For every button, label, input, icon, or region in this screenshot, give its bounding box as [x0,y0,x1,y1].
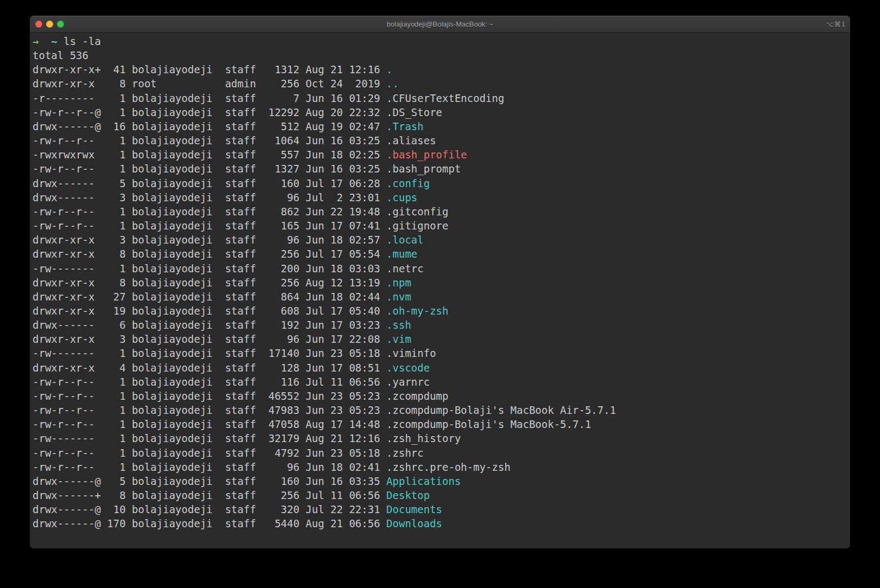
file-modified-date: Jul 17 05:40 [305,305,386,317]
file-row: drwxr-xr-x 8 bolajiayodeji staff 256 Jul… [33,247,847,261]
file-name: .CFUserTextEncoding [386,92,504,104]
file-owner: bolajiayodeji [132,106,225,118]
file-group: staff [225,135,269,146]
desktop: bolajiayodeji@Bolajis-MacBook: ~ ⌥⌘1 →~l… [0,0,880,588]
file-row: -rw------- 1 bolajiayodeji staff 17140 J… [33,346,847,360]
file-group: staff [225,220,269,232]
file-link-count: 1 [107,390,132,402]
file-permissions: -r-------- [33,92,107,104]
file-name: .oh-my-zsh [386,305,448,317]
file-row: drwxr-xr-x 4 bolajiayodeji staff 128 Jun… [33,361,847,375]
file-permissions: drwxr-xr-x [33,78,107,90]
file-modified-date: Jul 2 23:01 [305,191,386,203]
file-link-count: 1 [107,376,132,388]
file-permissions: drwx------ [33,319,107,331]
file-row: -rw-r--r-- 1 bolajiayodeji staff 96 Jun … [33,460,847,474]
file-group: staff [225,347,269,359]
file-row: -rw-r--r-- 1 bolajiayodeji staff 47983 J… [33,403,847,417]
traffic-lights [35,16,64,33]
file-permissions: drwxr-xr-x [33,362,107,374]
file-owner: bolajiayodeji [132,177,225,189]
file-modified-date: Aug 21 12:16 [305,432,386,444]
file-modified-date: Jun 18 02:41 [305,461,386,473]
file-link-count: 5 [107,177,132,189]
file-size: 46552 [269,390,306,402]
file-size: 96 [269,191,306,203]
file-name: .bash_profile [386,149,467,161]
file-row: -rw-r--r-- 1 bolajiayodeji staff 4792 Ju… [33,446,847,460]
file-row: drwxr-xr-x 8 root admin 256 Oct 24 2019 … [33,76,847,91]
file-group: staff [225,263,269,274]
prompt-command: ls -la [63,35,101,47]
file-size: 7 [269,92,306,104]
file-link-count: 4 [107,362,132,374]
file-name: .vim [386,333,411,345]
file-permissions: drwxr-xr-x [33,333,107,345]
file-row: -rw-r--r-- 1 bolajiayodeji staff 46552 J… [33,389,847,403]
file-group: staff [225,163,269,175]
file-permissions: -rw-r--r-- [33,418,107,430]
file-link-count: 6 [107,319,132,331]
file-permissions: -rwxrwxrwx [33,149,107,161]
file-link-count: 8 [107,277,132,289]
file-name: .zshrc [386,447,424,459]
file-size: 256 [269,78,306,90]
file-size: 192 [269,319,306,331]
file-permissions: -rw-r--r-- [33,461,107,473]
file-name: .DS_Store [386,106,442,118]
window-titlebar[interactable]: bolajiayodeji@Bolajis-MacBook: ~ ⌥⌘1 [30,16,850,33]
zoom-button[interactable] [57,21,64,28]
file-owner: bolajiayodeji [132,489,225,501]
file-name: .zcompdump [386,390,448,402]
file-permissions: drwx------ [33,191,107,203]
file-row: drwxr-xr-x+ 41 bolajiayodeji staff 1312 … [33,62,847,76]
file-group: staff [225,432,269,444]
file-row: -rw-r--r-- 1 bolajiayodeji staff 116 Jul… [33,375,847,389]
file-group: staff [225,191,269,203]
file-row: drwx------@ 170 bolajiayodeji staff 5440… [33,516,847,531]
terminal-output[interactable]: →~ls -la total 536 drwxr-xr-x+ 41 bolaji… [30,33,850,548]
file-size: 160 [269,177,306,189]
file-name: . [386,63,392,75]
file-size: 557 [269,149,306,161]
file-modified-date: Jun 17 08:51 [305,362,386,374]
file-group: staff [225,149,269,161]
file-group: staff [225,489,269,501]
file-modified-date: Jun 23 05:23 [305,404,386,416]
minimize-button[interactable] [46,21,53,28]
prompt-line: →~ls -la [33,34,847,48]
file-link-count: 27 [107,291,132,303]
window-title: bolajiayodeji@Bolajis-MacBook: ~ [387,20,493,28]
file-modified-date: Jul 22 22:31 [305,503,386,515]
file-name: .config [386,177,430,189]
file-group: admin [225,78,269,90]
file-name: .netrc [386,263,424,274]
file-size: 96 [269,333,306,345]
file-owner: bolajiayodeji [132,163,225,175]
file-owner: bolajiayodeji [132,191,225,203]
file-group: staff [225,234,269,246]
file-name: .gitconfig [386,206,448,218]
file-link-count: 1 [107,163,132,175]
file-name: .aliases [386,135,436,146]
file-permissions: -rw-r--r-- [33,404,107,416]
file-row: drwx------@ 5 bolajiayodeji staff 160 Ju… [33,474,847,488]
close-button[interactable] [35,21,42,28]
file-size: 47983 [269,404,306,416]
file-size: 1327 [269,163,306,175]
file-owner: bolajiayodeji [132,517,225,529]
file-size: 160 [269,475,306,487]
file-modified-date: Jun 17 22:08 [305,333,386,345]
file-size: 320 [269,503,306,515]
file-link-count: 1 [107,106,132,118]
file-owner: bolajiayodeji [132,390,225,402]
file-group: staff [225,404,269,416]
file-link-count: 3 [107,191,132,203]
file-permissions: -rw------- [33,263,107,274]
file-group: staff [225,63,269,75]
file-group: staff [225,106,269,118]
file-permissions: -rw-r--r-- [33,220,107,232]
file-owner: bolajiayodeji [132,263,225,274]
file-permissions: drwxr-xr-x [33,234,107,246]
file-size: 116 [269,376,306,388]
